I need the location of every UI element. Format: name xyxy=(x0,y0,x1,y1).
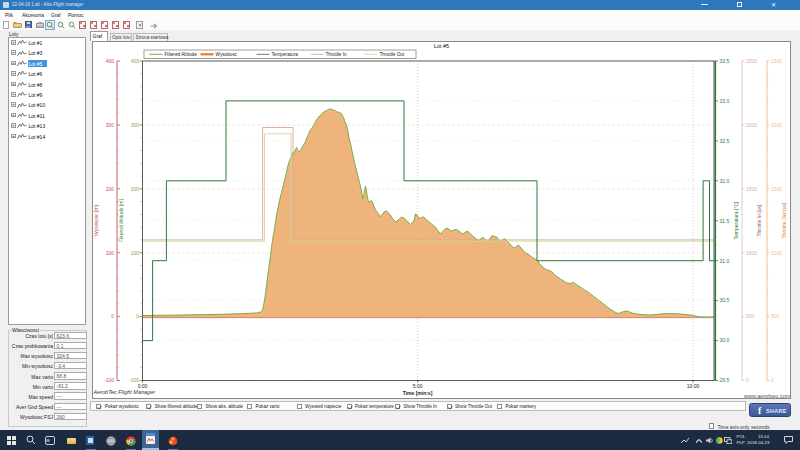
svg-text:2000: 2000 xyxy=(746,121,757,127)
svg-text:0: 0 xyxy=(136,313,139,319)
svg-text:500: 500 xyxy=(771,313,780,319)
svg-text:32.5: 32.5 xyxy=(719,137,729,143)
svg-text:33.0: 33.0 xyxy=(719,97,729,103)
svg-text:31.5: 31.5 xyxy=(719,217,729,223)
svg-text:400: 400 xyxy=(105,57,114,63)
svg-text:1500: 1500 xyxy=(746,185,757,191)
svg-text:Temperatura [°C]: Temperatura [°C] xyxy=(732,200,738,238)
svg-text:100: 100 xyxy=(130,249,139,255)
svg-text:2500: 2500 xyxy=(771,57,782,63)
svg-text:31.0: 31.0 xyxy=(719,257,729,263)
svg-text:Throttle In: Throttle In xyxy=(325,52,346,57)
svg-text:100: 100 xyxy=(105,249,114,255)
svg-text:Filtered Altitude [m]: Filtered Altitude [m] xyxy=(117,198,123,241)
svg-text:400: 400 xyxy=(130,57,139,63)
svg-text:0: 0 xyxy=(111,313,114,319)
svg-text:www.aerobtec.com: www.aerobtec.com xyxy=(743,392,791,398)
svg-text:Filtered Altitude: Filtered Altitude xyxy=(164,52,197,57)
svg-text:Temperatura: Temperatura xyxy=(271,52,298,57)
svg-text:30.5: 30.5 xyxy=(719,297,729,303)
svg-text:AerobTec Flight Manager: AerobTec Flight Manager xyxy=(92,388,156,394)
svg-text:300: 300 xyxy=(130,121,139,127)
svg-text:Time [min:s]: Time [min:s] xyxy=(402,390,432,396)
svg-text:0: 0 xyxy=(746,377,749,383)
svg-text:300: 300 xyxy=(105,121,114,127)
svg-text:-100: -100 xyxy=(103,377,113,383)
svg-text:2500: 2500 xyxy=(746,57,757,63)
svg-text:Throttle Out [us]: Throttle Out [us] xyxy=(780,201,786,237)
svg-text:Lot #5: Lot #5 xyxy=(433,42,448,48)
svg-text:2000: 2000 xyxy=(771,121,782,127)
svg-text:1000: 1000 xyxy=(746,249,757,255)
svg-text:1500: 1500 xyxy=(771,185,782,191)
svg-text:29.5: 29.5 xyxy=(719,377,729,383)
svg-text:Wysokosc [m]: Wysokosc [m] xyxy=(92,204,98,236)
svg-text:33.5: 33.5 xyxy=(719,57,729,63)
svg-text:Throttle Out: Throttle Out xyxy=(379,52,404,57)
svg-text:500: 500 xyxy=(746,313,755,319)
svg-text:1000: 1000 xyxy=(771,249,782,255)
svg-text:5:00: 5:00 xyxy=(412,383,422,389)
svg-text:Throttle In [us]: Throttle In [us] xyxy=(756,203,762,236)
svg-text:200: 200 xyxy=(130,185,139,191)
svg-text:10:00: 10:00 xyxy=(686,383,699,389)
svg-text:Wysokosc: Wysokosc xyxy=(215,52,237,57)
svg-text:30.0: 30.0 xyxy=(719,337,729,343)
svg-text:200: 200 xyxy=(105,185,114,191)
svg-text:0: 0 xyxy=(771,377,774,383)
svg-text:32.0: 32.0 xyxy=(719,177,729,183)
